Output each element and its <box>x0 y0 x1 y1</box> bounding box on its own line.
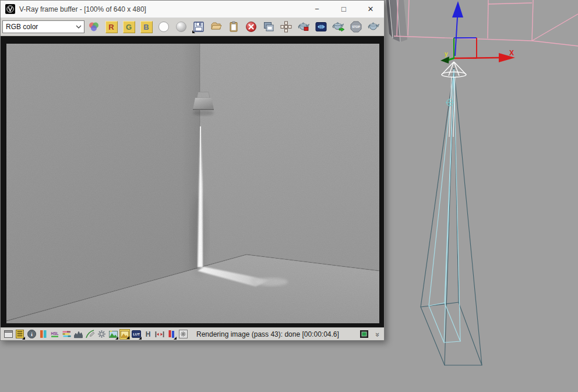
save-dropdown-arrow <box>192 30 195 33</box>
track-mouse-icon <box>280 21 292 33</box>
srgb-button[interactable] <box>119 329 130 340</box>
rgb-circles-icon <box>88 21 100 33</box>
color-bars-icon <box>40 330 47 338</box>
close-button[interactable]: ✕ <box>357 1 384 17</box>
window-title: V-Ray frame buffer - [100% of 640 x 480] <box>19 5 146 13</box>
teapot-region-icon <box>297 21 310 33</box>
color-lines-icon <box>62 330 71 338</box>
compare-history-button[interactable] <box>314 20 328 34</box>
track-mouse-button[interactable] <box>279 20 293 34</box>
stop-render-button[interactable]: STOP <box>349 20 363 34</box>
rgb-circles-button[interactable] <box>87 20 101 34</box>
vray-frame-buffer-window: V-Ray frame buffer - [100% of 640 x 480]… <box>0 0 385 341</box>
blue-channel-button[interactable]: B <box>139 20 153 34</box>
duplicate-buffer-button[interactable] <box>262 20 276 34</box>
svg-text:STOP: STOP <box>352 25 360 29</box>
hsl-button[interactable]: HSL <box>50 329 60 340</box>
folder-open-icon <box>210 21 222 33</box>
status-message: Rendering image (pass 43): done [00:00:0… <box>196 330 339 338</box>
render-area <box>1 36 384 327</box>
boxed-asterisk-icon <box>179 330 188 338</box>
dropdown-corner <box>174 337 177 340</box>
dropdown-corner <box>126 336 129 339</box>
color-correction-button[interactable] <box>38 329 48 340</box>
pixel-aspect-button[interactable] <box>178 329 188 340</box>
dropdown-corner <box>115 337 118 340</box>
stop-sign-icon: STOP <box>350 21 362 33</box>
exposure-button[interactable] <box>96 329 107 340</box>
svg-text:HSL: HSL <box>51 331 59 336</box>
channel-select-dropdown[interactable]: RGB color <box>2 20 84 33</box>
dropdown-corner <box>139 337 142 340</box>
green-channel-label: G <box>123 21 135 33</box>
y-axis-label: y <box>445 51 448 57</box>
stretch-button[interactable] <box>154 329 165 340</box>
copy-clipboard-button[interactable] <box>227 20 241 34</box>
minimize-button[interactable]: − <box>304 1 330 17</box>
monochrome-button[interactable] <box>174 20 188 34</box>
clear-image-button[interactable] <box>244 20 258 34</box>
history-playback-icon <box>315 21 327 33</box>
window-frame-icon <box>4 330 13 338</box>
load-image-button[interactable] <box>209 20 223 34</box>
dropdown-corner <box>22 337 25 340</box>
render-last-button[interactable] <box>332 20 346 34</box>
background-image-button[interactable] <box>108 329 118 340</box>
clear-x-icon <box>245 21 257 33</box>
blue-channel-label: B <box>140 21 153 33</box>
white-circle-icon <box>158 21 170 33</box>
icc-profile-button[interactable]: H <box>143 329 153 340</box>
monitor-color-button[interactable] <box>359 329 369 340</box>
color-balance-button[interactable] <box>61 329 72 340</box>
green-channel-button[interactable]: G <box>122 20 136 34</box>
levels-button[interactable] <box>73 329 83 340</box>
maximize-button[interactable]: □ <box>330 1 357 17</box>
curve-pencil-icon <box>86 330 94 338</box>
histogram-icon <box>74 330 83 338</box>
lut-button[interactable]: LUT <box>131 329 142 340</box>
compare-strip-button[interactable] <box>15 329 25 340</box>
save-image-button[interactable] <box>192 20 206 34</box>
x-axis-label: X <box>509 49 514 57</box>
region-render-button[interactable] <box>297 20 311 34</box>
svg-text:H: H <box>146 330 151 338</box>
rendered-image[interactable] <box>6 44 379 323</box>
history-window-button[interactable] <box>3 329 13 340</box>
gray-sphere-icon <box>175 21 187 33</box>
collapse-chevrons-button[interactable]: » <box>373 333 382 336</box>
hsl-icon: HSL <box>50 330 59 338</box>
clipboard-icon <box>228 21 239 33</box>
vray-logo-icon <box>5 4 15 14</box>
chevron-down-icon <box>76 25 82 29</box>
h-letter-icon: H <box>144 330 152 338</box>
curves-button[interactable] <box>84 329 95 340</box>
vfb-statusbar: i HSL <box>1 327 384 340</box>
alpha-channel-button[interactable] <box>157 20 171 34</box>
teapot-render-icon <box>367 21 380 33</box>
starburst-icon <box>97 330 106 338</box>
duplicate-windows-icon <box>263 21 274 33</box>
channel-select-value: RGB color <box>6 23 76 31</box>
info-icon: i <box>27 330 36 338</box>
pixel-info-button[interactable]: i <box>26 329 37 340</box>
horizontal-arrows-icon <box>155 331 164 338</box>
red-channel-button[interactable]: R <box>104 20 118 34</box>
green-square-icon <box>360 330 368 338</box>
teapot-render-last-icon <box>332 21 345 33</box>
titlebar[interactable]: V-Ray frame buffer - [100% of 640 x 480]… <box>1 1 384 18</box>
render-button[interactable] <box>366 20 380 34</box>
red-channel-label: R <box>105 21 118 33</box>
stereo-button[interactable] <box>166 329 177 340</box>
vfb-toolbar: RGB color R G B <box>1 18 384 36</box>
svg-text:LUT: LUT <box>133 333 140 336</box>
